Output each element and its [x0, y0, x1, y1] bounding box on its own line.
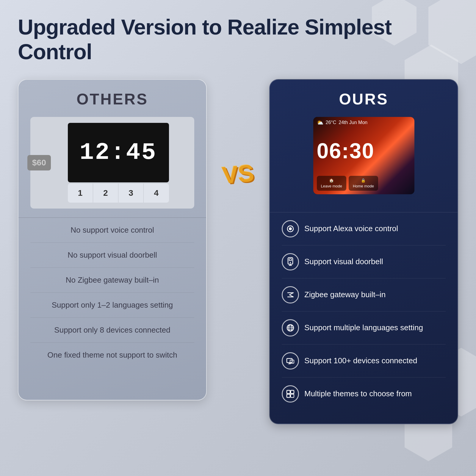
others-feature-2: No support visual doorbell — [30, 243, 194, 268]
screen-top-bar: ⛅ 26°C 24th Jun Mon — [313, 117, 414, 128]
others-feature-text-1: No support voice control — [30, 226, 194, 235]
ours-feature-2: Support visual doorbell — [282, 245, 446, 278]
ours-feature-text-3: Zigbee gateway built–in — [304, 289, 446, 300]
svg-rect-17 — [291, 390, 294, 394]
svg-point-1 — [289, 227, 292, 230]
others-feature-text-3: No Zigbee gateway built–in — [30, 275, 194, 285]
weather-icon: ⛅ — [317, 119, 323, 126]
vs-wrapper: VS — [219, 162, 257, 186]
themes-icon — [282, 385, 299, 403]
leave-mode-label: Leave mode — [321, 184, 342, 188]
leave-mode-icon: 🏠 — [329, 178, 334, 183]
ours-feature-text-5: Support 100+ devices connected — [304, 355, 446, 366]
devices-icon — [282, 352, 299, 369]
others-title: OTHERS — [30, 90, 194, 108]
leave-mode-btn: 🏠 Leave mode — [317, 176, 347, 191]
clock-screen: 12:45 — [68, 123, 169, 182]
ours-feature-text-4: Support multiple languages setting — [304, 322, 446, 333]
weather-date: 24th Jun Mon — [339, 120, 367, 125]
page-content: Upgraded Version to Realize Simplest Con… — [0, 0, 476, 439]
svg-rect-19 — [291, 394, 294, 397]
others-feature-3: No Zigbee gateway built–in — [30, 268, 194, 293]
page-title: Upgraded Version to Realize Simplest Con… — [18, 15, 458, 64]
ours-feature-text-6: Multiple themes to choose from — [304, 388, 446, 399]
ours-device: ⛅ 26°C 24th Jun Mon 06:30 🏠 Leave mode � — [313, 117, 414, 194]
ours-feature-1: Support Alexa voice control — [282, 212, 446, 245]
ours-feature-4: Support multiple languages setting — [282, 311, 446, 345]
home-mode-icon: 🔒 — [361, 178, 366, 183]
btn-1: 1 — [68, 184, 93, 203]
svg-rect-3 — [289, 259, 292, 261]
ours-device-wrapper: ⛅ 26°C 24th Jun Mon 06:30 🏠 Leave mode � — [282, 117, 446, 203]
svg-point-4 — [290, 262, 291, 263]
mode-buttons: 🏠 Leave mode 🔒 Home mode — [313, 173, 414, 194]
weather-temp: 26°C — [326, 120, 336, 125]
others-feature-text-5: Support only 8 devices connected — [30, 325, 194, 335]
language-icon — [282, 319, 299, 336]
ours-feature-text-2: Support visual doorbell — [304, 256, 446, 267]
svg-rect-18 — [287, 394, 290, 397]
svg-rect-12 — [287, 358, 292, 363]
others-card: OTHERS $60 12:45 1 2 3 4 No support voic… — [18, 79, 207, 400]
others-feature-6: One fixed theme not support to switch — [30, 343, 194, 367]
ours-feature-5: Support 100+ devices connected — [282, 345, 446, 378]
price-badge: $60 — [27, 155, 51, 170]
btn-3: 3 — [118, 184, 144, 203]
doorbell-icon — [282, 253, 299, 270]
btn-2: 2 — [93, 184, 118, 203]
home-mode-btn: 🔒 Home mode — [349, 176, 378, 191]
button-row: 1 2 3 4 — [68, 184, 169, 203]
ours-feature-6: Multiple themes to choose from — [282, 378, 446, 410]
home-mode-label: Home mode — [353, 184, 374, 188]
digital-clock: 12:45 — [79, 139, 157, 166]
smart-screen: ⛅ 26°C 24th Jun Mon 06:30 🏠 Leave mode � — [313, 117, 414, 194]
btn-4: 4 — [144, 184, 169, 203]
vs-badge: VS — [221, 161, 255, 187]
others-feature-text-4: Support only 1–2 languages setting — [30, 300, 194, 310]
ours-feature-text-1: Support Alexa voice control — [304, 223, 446, 234]
others-feature-4: Support only 1–2 languages setting — [30, 293, 194, 318]
svg-rect-16 — [287, 390, 290, 394]
others-feature-text-6: One fixed theme not support to switch — [30, 350, 194, 360]
comparison-section: OTHERS $60 12:45 1 2 3 4 No support voic… — [18, 79, 458, 424]
alexa-icon — [282, 220, 299, 237]
others-device: $60 12:45 1 2 3 4 — [30, 117, 194, 209]
ours-title: OURS — [282, 90, 446, 108]
zigbee-icon — [282, 286, 299, 303]
ours-feature-3: Zigbee gateway built–in — [282, 278, 446, 311]
others-feature-text-2: No support visual doorbell — [30, 250, 194, 260]
others-feature-1: No support voice control — [30, 218, 194, 243]
others-feature-5: Support only 8 devices connected — [30, 318, 194, 343]
ours-card: OURS ⛅ 26°C 24th Jun Mon 06:30 🏠 — [269, 79, 458, 424]
smart-clock: 06:30 — [313, 128, 414, 173]
